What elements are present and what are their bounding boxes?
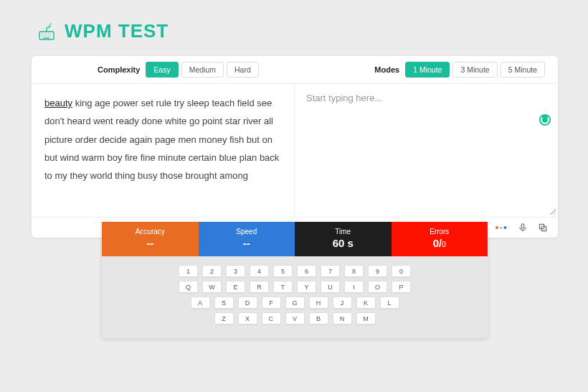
- key-s[interactable]: S: [214, 297, 234, 309]
- mode-1-minute[interactable]: 1 Minute: [405, 62, 450, 78]
- toolbar: Complexity EasyMediumHard Modes 1 Minute…: [32, 56, 558, 84]
- grammarly-icon[interactable]: [539, 114, 551, 126]
- complexity-label: Complexity: [98, 65, 140, 74]
- complexity-easy[interactable]: Easy: [146, 62, 178, 78]
- stat-errors: Errors 0/0: [392, 222, 488, 256]
- key-2[interactable]: 2: [202, 265, 222, 277]
- resize-handle-icon[interactable]: [549, 207, 556, 215]
- dot-indicators: •-•: [495, 222, 508, 233]
- key-e[interactable]: E: [226, 281, 245, 293]
- key-i[interactable]: I: [344, 281, 364, 293]
- key-n[interactable]: N: [333, 312, 352, 325]
- test-card: Complexity EasyMediumHard Modes 1 Minute…: [32, 56, 558, 238]
- key-l[interactable]: L: [380, 297, 399, 309]
- key-h[interactable]: H: [309, 297, 328, 309]
- remaining-text: king age power set rule try sleep teach …: [44, 98, 279, 181]
- modes-label: Modes: [374, 65, 399, 74]
- mode-5-minute[interactable]: 5 Minute: [501, 62, 545, 78]
- current-word: beauty: [44, 98, 72, 108]
- key-t[interactable]: T: [273, 281, 293, 293]
- complexity-medium[interactable]: Medium: [181, 62, 224, 78]
- key-y[interactable]: Y: [297, 281, 316, 293]
- virtual-keyboard: 1234567890 QWERTYUIOP ASDFGHJKL ZXCVBNM: [102, 256, 488, 330]
- stat-speed: Speed --: [199, 222, 295, 256]
- copy-icon[interactable]: [538, 223, 548, 233]
- key-5[interactable]: 5: [273, 265, 293, 277]
- app-title: WPM TEST: [65, 20, 169, 42]
- key-6[interactable]: 6: [297, 265, 316, 277]
- key-3[interactable]: 3: [226, 265, 245, 277]
- key-m[interactable]: M: [356, 312, 376, 325]
- key-7[interactable]: 7: [321, 265, 340, 277]
- app-logo: WPM TEST: [39, 20, 169, 42]
- stat-accuracy: Accuracy --: [102, 222, 199, 256]
- key-0[interactable]: 0: [392, 265, 411, 277]
- key-d[interactable]: D: [238, 297, 257, 309]
- key-u[interactable]: U: [321, 281, 340, 293]
- key-x[interactable]: X: [238, 312, 257, 325]
- key-r[interactable]: R: [250, 281, 269, 293]
- key-g[interactable]: G: [285, 297, 305, 309]
- keyboard-icon: [39, 22, 57, 41]
- key-k[interactable]: K: [356, 297, 376, 309]
- microphone-icon[interactable]: [518, 223, 528, 233]
- key-f[interactable]: F: [262, 297, 281, 309]
- key-j[interactable]: J: [333, 297, 352, 309]
- key-z[interactable]: Z: [214, 312, 234, 325]
- key-9[interactable]: 9: [368, 265, 387, 277]
- sample-text: beauty king age power set rule try sleep…: [32, 84, 295, 217]
- key-1[interactable]: 1: [179, 265, 198, 277]
- key-p[interactable]: P: [392, 281, 411, 293]
- key-4[interactable]: 4: [250, 265, 269, 277]
- key-o[interactable]: O: [368, 281, 387, 293]
- key-c[interactable]: C: [262, 312, 281, 325]
- svg-rect-12: [521, 224, 524, 228]
- stat-time: Time 60 s: [295, 222, 392, 256]
- stats-card: Accuracy -- Speed -- Time 60 s Errors 0/…: [102, 222, 488, 338]
- key-a[interactable]: A: [191, 297, 210, 309]
- key-8[interactable]: 8: [344, 265, 364, 277]
- key-v[interactable]: V: [285, 312, 305, 325]
- key-w[interactable]: W: [202, 281, 222, 293]
- key-q[interactable]: Q: [179, 281, 198, 293]
- key-b[interactable]: B: [309, 312, 328, 325]
- complexity-hard[interactable]: Hard: [227, 62, 259, 78]
- mode-3-minute[interactable]: 3 Minute: [452, 62, 497, 78]
- typing-input[interactable]: [295, 84, 558, 217]
